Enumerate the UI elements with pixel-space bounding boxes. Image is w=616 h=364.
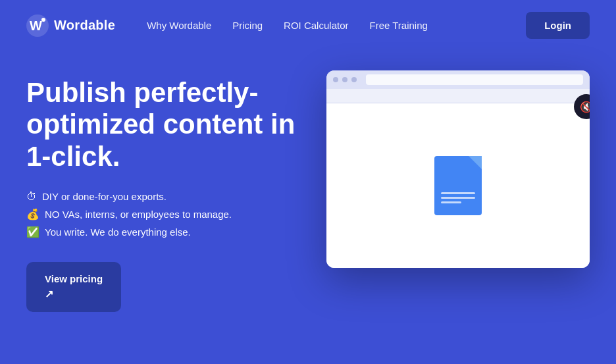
bullet-2: 💰 NO VAs, interns, or employees to manag… bbox=[26, 208, 300, 221]
hero-heading: Publish perfectly-optimized content in 1… bbox=[26, 77, 300, 172]
browser-dot-3 bbox=[351, 77, 357, 82]
nav-pricing[interactable]: Pricing bbox=[232, 20, 263, 31]
hero-bullets: ⏱ DIY or done-for-you exports. 💰 NO VAs,… bbox=[26, 191, 300, 238]
gdocs-line-1 bbox=[441, 192, 475, 194]
logo[interactable]: W Wordable bbox=[26, 14, 115, 37]
gdocs-fold bbox=[469, 156, 482, 169]
nav-links: Why Wordable Pricing ROI Calculator Free… bbox=[147, 20, 505, 31]
browser-bar bbox=[326, 70, 590, 89]
svg-point-2 bbox=[41, 18, 45, 22]
view-pricing-button[interactable]: View pricing ↗ bbox=[26, 262, 121, 312]
browser-content: 🔇 bbox=[326, 103, 590, 268]
bullet-icon-1: ⏱ bbox=[26, 191, 37, 203]
bullet-icon-2: 💰 bbox=[26, 208, 39, 221]
login-button[interactable]: Login bbox=[526, 12, 590, 39]
mute-button[interactable]: 🔇 bbox=[574, 94, 590, 119]
bullet-3: ✅ You write. We do everything else. bbox=[26, 226, 300, 238]
gdocs-lines bbox=[441, 192, 475, 206]
product-screenshot: 🔇 bbox=[326, 70, 590, 268]
gdocs-line-2 bbox=[441, 197, 475, 199]
brand-name: Wordable bbox=[54, 18, 115, 33]
bullet-text-3: You write. We do everything else. bbox=[45, 226, 191, 238]
bullet-icon-3: ✅ bbox=[26, 226, 39, 238]
browser-toolbar bbox=[326, 89, 590, 103]
bullet-text-1: DIY or done-for-you exports. bbox=[42, 191, 167, 202]
google-docs-icon bbox=[434, 156, 482, 215]
nav-free-training[interactable]: Free Training bbox=[369, 20, 427, 31]
cta-label: View pricing bbox=[45, 273, 103, 286]
gdocs-page bbox=[434, 156, 482, 215]
nav-roi-calculator[interactable]: ROI Calculator bbox=[284, 20, 348, 31]
bullet-text-2: NO VAs, interns, or employees to manage. bbox=[45, 209, 232, 220]
browser-url-bar bbox=[366, 74, 583, 85]
svg-text:W: W bbox=[30, 18, 42, 33]
browser-dot-2 bbox=[342, 77, 347, 82]
bullet-1: ⏱ DIY or done-for-you exports. bbox=[26, 191, 300, 203]
speaker-icon: 🔇 bbox=[580, 101, 590, 113]
navigation: W Wordable Why Wordable Pricing ROI Calc… bbox=[0, 0, 616, 51]
cta-arrow-icon: ↗ bbox=[45, 288, 53, 301]
wordable-logo-icon: W bbox=[26, 14, 49, 37]
browser-mockup: 🔇 bbox=[326, 70, 590, 268]
hero-content: Publish perfectly-optimized content in 1… bbox=[26, 70, 300, 312]
nav-why-wordable[interactable]: Why Wordable bbox=[147, 20, 211, 31]
hero-section: Publish perfectly-optimized content in 1… bbox=[0, 51, 616, 312]
gdocs-line-3 bbox=[441, 201, 461, 203]
browser-dot-1 bbox=[333, 77, 338, 82]
